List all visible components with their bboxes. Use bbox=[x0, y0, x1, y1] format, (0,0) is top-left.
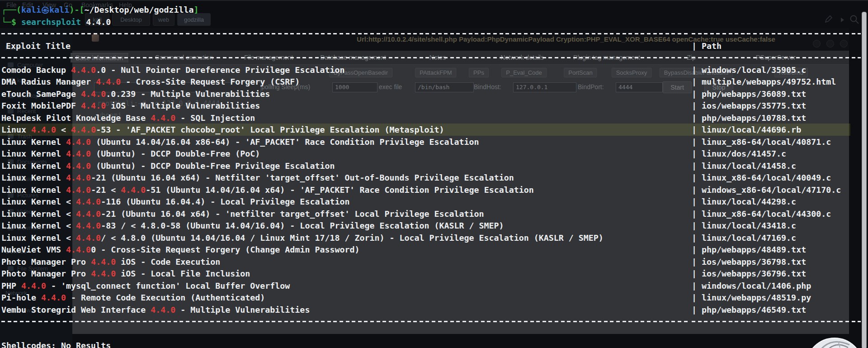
exploit-title: Comodo Backup 4.4.0.0 - Null Pointer Der… bbox=[1, 65, 344, 75]
prompt-cwd: ~/Desktop/web/godzilla bbox=[84, 5, 193, 14]
exploit-title: Vembu Storegrid Web Interface 4.4.0 - Mu… bbox=[1, 305, 310, 315]
exploit-title: Linux 4.4.0 < 4.4.0-53 - 'AF_PACKET choc… bbox=[1, 125, 444, 134]
exploit-title: Linux Kernel < 4.4.0-116 (Ubuntu 16.04.4… bbox=[1, 197, 349, 206]
exploit-path: | php/webapps/10788.txt bbox=[692, 112, 806, 124]
exploit-row: Linux Kernel 4.4.0 (Ubuntu 14.04/16.04 x… bbox=[0, 136, 850, 148]
table-border-dashes bbox=[692, 33, 861, 34]
table-border-dashes bbox=[1, 57, 689, 58]
desktop: FileEditViewGoBookmarksHelp kaliDesktopw… bbox=[0, 0, 868, 348]
exploit-row: PHP 4.4.0 - 'mysql_connect function' Loc… bbox=[0, 280, 850, 292]
exploit-row: Photo Manager Pro 4.4.0 iOS - Local File… bbox=[0, 267, 850, 280]
exploit-path: | linux/webapps/48519.py bbox=[692, 291, 811, 304]
exploit-title: Linux Kernel 4.4.0-21 < 4.4.0-51 (Ubuntu… bbox=[1, 185, 534, 195]
exploit-row: DMA Radius Manager 4.4.0 - Cross-Site Re… bbox=[0, 76, 850, 88]
exploit-title: Linux Kernel 4.4.0-21 (Ubuntu 16.04 x64)… bbox=[1, 173, 514, 182]
exploit-path: | ios/webapps/36798.txt bbox=[692, 256, 806, 268]
exploit-path: | windows/local/35905.c bbox=[692, 64, 806, 76]
exploit-path: | linux/local/44298.c bbox=[692, 195, 796, 208]
header-exploit-title: Exploit Title bbox=[1, 41, 71, 51]
table-border-dashes bbox=[692, 321, 861, 322]
exploit-title: Linux Kernel < 4.4.0-83 / < 4.8.0-58 (Ub… bbox=[1, 221, 504, 230]
terminal[interactable]: ┌──(kali㉿kali)-[~/Desktop/web/godzilla]└… bbox=[0, 0, 868, 348]
exploit-path: | php/webapps/48489.txt bbox=[692, 243, 806, 256]
prompt-argument: 4.4.0 bbox=[81, 17, 111, 27]
exploit-path: | linux/local/41458.c bbox=[692, 160, 796, 172]
exploit-row: Pi-hole 4.4.0 - Remote Code Execution (A… bbox=[0, 291, 850, 304]
exploit-path: | multiple/webapps/49752.html bbox=[692, 76, 836, 88]
exploit-title: Linux Kernel < 4.4.0/ < 4.8.0 (Ubuntu 14… bbox=[1, 233, 604, 243]
exploit-path: | linux_x86-64/local/40871.c bbox=[692, 136, 831, 148]
exploit-title: Linux Kernel < 4.4.0-21 (Ubuntu 16.04 x6… bbox=[1, 209, 484, 219]
shellcodes-line: Shellcodes: No Results bbox=[0, 339, 850, 348]
exploit-path: | windows/local/1406.php bbox=[692, 280, 811, 292]
exploit-title: Pi-hole 4.4.0 - Remote Code Execution (A… bbox=[1, 293, 265, 302]
exploit-title: NukeViet VMS 4.4.00 - Cross-Site Request… bbox=[1, 245, 359, 254]
exploit-row: NukeViet VMS 4.4.00 - Cross-Site Request… bbox=[0, 243, 850, 256]
shellcodes-label: Shellcodes: bbox=[1, 341, 61, 348]
exploit-title: DMA Radius Manager 4.4.0 - Cross-Site Re… bbox=[1, 77, 300, 86]
exploit-row: Comodo Backup 4.4.0.0 - Null Pointer Der… bbox=[0, 64, 850, 76]
prompt-line: └─$ searchsploit 4.4.0 bbox=[0, 16, 850, 28]
exploit-title: PHP 4.4.0 - 'mysql_connect function' Loc… bbox=[1, 281, 290, 291]
exploit-path: | ios/webapps/36796.txt bbox=[692, 267, 806, 280]
header-path: | Path bbox=[692, 40, 722, 52]
prompt-command: searchsploit bbox=[21, 17, 81, 27]
exploit-row: Linux Kernel < 4.4.0/ < 4.8.0 (Ubuntu 14… bbox=[0, 232, 850, 244]
exploit-path: | linux/local/44696.rb bbox=[692, 124, 801, 136]
exploit-row: Linux Kernel < 4.4.0-21 (Ubuntu 16.04 x6… bbox=[0, 208, 850, 220]
exploit-title: Photo Manager Pro 4.4.0 iOS - Code Execu… bbox=[1, 257, 220, 267]
exploit-title: eTouch SamePage 4.4.0.0.239 - Multiple V… bbox=[1, 89, 270, 99]
exploit-row: Photo Manager Pro 4.4.0 iOS - Code Execu… bbox=[0, 256, 850, 268]
exploit-row: Linux 4.4.0 < 4.4.0-53 - 'AF_PACKET choc… bbox=[0, 124, 850, 136]
exploit-row: eTouch SamePage 4.4.0.0.239 - Multiple V… bbox=[0, 88, 850, 100]
exploit-title: Linux Kernel 4.4.0 (Ubuntu) - DCCP Doubl… bbox=[1, 149, 260, 158]
exploit-row: Helpdesk Pilot Knowledge Base 4.4.0 - SQ… bbox=[0, 112, 850, 124]
exploit-path: | php/webapps/46549.txt bbox=[692, 304, 806, 316]
exploit-path: | php/webapps/36089.txt bbox=[692, 88, 806, 100]
exploit-path: | linux/dos/41457.c bbox=[692, 148, 786, 160]
exploit-title: Linux Kernel 4.4.0 (Ubuntu 14.04/16.04 x… bbox=[1, 137, 479, 147]
exploit-row: Linux Kernel < 4.4.0-83 / < 4.8.0-58 (Ub… bbox=[0, 219, 850, 232]
table-border-dashes bbox=[1, 321, 689, 322]
exploit-row: Linux Kernel 4.4.0 (Ubuntu) - DCCP Doubl… bbox=[0, 160, 850, 172]
table-header: Exploit Title| Path bbox=[0, 40, 850, 52]
exploit-row: Foxit MobilePDF 4.4.0 iOS - Multiple Vul… bbox=[0, 100, 850, 112]
exploit-path: | linux_x86-64/local/44300.c bbox=[692, 208, 831, 220]
exploit-row: Linux Kernel 4.4.0-21 < 4.4.0-51 (Ubuntu… bbox=[0, 184, 850, 196]
exploit-path: | linux_x86-64/local/40049.c bbox=[692, 172, 831, 184]
prompt-user: kali㉿kali bbox=[21, 5, 69, 14]
prompt-line: ┌──(kali㉿kali)-[~/Desktop/web/godzilla] bbox=[0, 4, 850, 16]
exploit-title: Foxit MobilePDF 4.4.0 iOS - Multiple Vul… bbox=[1, 101, 260, 110]
exploit-path: | windows_x86-64/local/47170.c bbox=[692, 184, 841, 196]
scrollbar[interactable] bbox=[862, 12, 867, 348]
exploit-title: Linux Kernel 4.4.0 (Ubuntu) - DCCP Doubl… bbox=[1, 161, 335, 171]
exploit-path: | linux/local/47169.c bbox=[692, 232, 796, 244]
exploit-title: Helpdesk Pilot Knowledge Base 4.4.0 - SQ… bbox=[1, 113, 255, 123]
table-border-dashes bbox=[692, 57, 861, 58]
exploit-path: | linux/local/43418.c bbox=[692, 219, 796, 232]
shellcodes-value: No Results bbox=[61, 341, 111, 348]
exploit-row: Linux Kernel 4.4.0-21 (Ubuntu 16.04 x64)… bbox=[0, 172, 850, 184]
exploit-title: Photo Manager Pro 4.4.0 iOS - Local File… bbox=[1, 269, 250, 278]
exploit-row: Vembu Storegrid Web Interface 4.4.0 - Mu… bbox=[0, 304, 850, 316]
table-border-dashes bbox=[1, 33, 689, 34]
exploit-row: Linux Kernel 4.4.0 (Ubuntu) - DCCP Doubl… bbox=[0, 148, 850, 160]
exploit-path: | ios/webapps/35775.txt bbox=[692, 100, 806, 112]
exploit-row: Linux Kernel < 4.4.0-116 (Ubuntu 16.04.4… bbox=[0, 195, 850, 208]
